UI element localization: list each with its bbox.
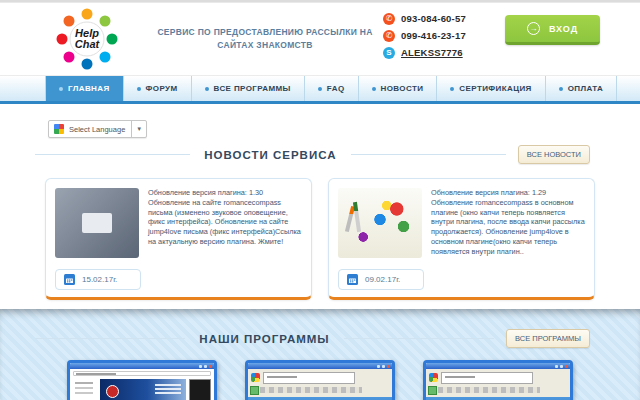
news-date: 09.02.17г.	[365, 275, 400, 284]
nav-item-novosti[interactable]: НОВОСТИ	[359, 76, 438, 101]
programs-section-title: НАШИ ПРОГРАММЫ	[185, 333, 343, 345]
news-image-art-supplies[interactable]	[338, 188, 422, 258]
nav-label: ГЛАВНАЯ	[68, 84, 110, 93]
contact-list: ✆ 093-084-60-57 ✆ 099-416-23-17 S ALEKSS…	[383, 12, 466, 59]
nav-item-oplata[interactable]: ОПЛАТА	[546, 76, 618, 101]
nav-label: ВСЕ ПРОГРАММЫ	[214, 84, 291, 93]
news-image-email-touch[interactable]	[55, 188, 139, 258]
bullet-icon	[205, 87, 209, 91]
news-card[interactable]: Обновление версия плагина: 1.30 Обновлен…	[45, 178, 312, 300]
bullet-icon	[559, 87, 563, 91]
close-icon	[209, 365, 212, 368]
app-input-box	[263, 372, 355, 384]
phone-number: 093-084-60-57	[401, 13, 466, 24]
address-bar	[73, 371, 211, 376]
side-note-panel	[189, 379, 211, 400]
maximize-icon	[382, 365, 385, 368]
language-selector[interactable]: Select Language ▼	[48, 120, 147, 138]
bullet-icon	[318, 87, 322, 91]
divider-line	[35, 338, 185, 339]
app-logo-icon	[251, 373, 260, 382]
all-news-button[interactable]: все новости	[518, 145, 590, 164]
maximize-icon	[560, 365, 563, 368]
app-toolbar	[251, 387, 362, 393]
app-logo-icon	[429, 373, 438, 382]
divider-line	[35, 154, 190, 155]
nav-label: ФОРУМ	[146, 84, 178, 93]
app-toolbar	[429, 387, 540, 393]
program-thumbnail-app[interactable]	[423, 360, 573, 400]
nav-item-forum[interactable]: ФОРУМ	[124, 76, 192, 101]
site-tagline: СЕРВИС ПО ПРЕДОСТАВЛЕНИЮ РАССЫЛКИ НА САЙ…	[140, 26, 390, 52]
bullet-icon	[137, 87, 141, 91]
calendar-icon	[347, 274, 358, 285]
news-cards-row: Обновление версия плагина: 1.30 Обновлен…	[45, 178, 595, 300]
login-button-label: ВХОД	[549, 24, 578, 34]
phone-contact-2[interactable]: ✆ 099-416-23-17	[383, 29, 466, 42]
envelope-icon	[82, 213, 112, 233]
nav-item-sertifikaciya[interactable]: СЕРТИФИКАЦИЯ	[437, 76, 545, 101]
program-thumbnail-app[interactable]	[245, 360, 395, 400]
arrow-right-icon: →	[527, 22, 540, 35]
news-date-badge: 09.02.17г.	[338, 269, 424, 290]
nav-item-faq[interactable]: FAQ	[305, 76, 359, 101]
minimize-icon	[555, 365, 558, 368]
app-window-body	[248, 369, 392, 400]
login-button[interactable]: → ВХОД	[505, 15, 600, 45]
skype-login: ALEKSS7776	[401, 47, 463, 58]
skype-icon: S	[383, 47, 395, 59]
main-nav: ГЛАВНАЯ ФОРУМ ВСЕ ПРОГРАММЫ FAQ НОВОСТИ …	[0, 75, 640, 101]
helpchat-logo[interactable]: Help Chat	[55, 7, 119, 71]
news-card[interactable]: Обновление версия плагина: 1.29 Обновлен…	[328, 178, 595, 300]
divider-line	[351, 154, 506, 155]
skype-contact[interactable]: S ALEKSS7776	[383, 46, 466, 59]
nav-item-glavnaya[interactable]: ГЛАВНАЯ	[45, 76, 124, 101]
phone-contact-1[interactable]: ✆ 093-084-60-57	[383, 12, 466, 25]
news-section-title: НОВОСТИ СЕРВИСА	[190, 149, 350, 161]
minimize-icon	[377, 365, 380, 368]
bullet-icon	[59, 87, 63, 91]
nav-label: НОВОСТИ	[381, 84, 424, 93]
all-programs-button[interactable]: все программы	[506, 329, 590, 348]
nav-label: СЕРТИФИКАЦИЯ	[459, 84, 531, 93]
news-section: Select Language ▼ НОВОСТИ СЕРВИСА все но…	[0, 104, 640, 309]
minimize-icon	[199, 365, 202, 368]
news-date: 15.02.17г.	[82, 275, 117, 284]
window-titlebar	[70, 363, 214, 369]
bullet-icon	[372, 87, 376, 91]
divider-line	[344, 338, 494, 339]
app-input-box	[441, 372, 533, 384]
close-icon	[565, 365, 568, 368]
nav-item-vse-programmy[interactable]: ВСЕ ПРОГРАММЫ	[192, 76, 305, 101]
logo-wordmark: Help Chat	[55, 7, 119, 71]
app-window-body	[426, 369, 570, 400]
nav-label: FAQ	[327, 84, 345, 93]
language-selector-label: Select Language	[69, 125, 131, 134]
maximize-icon	[204, 365, 207, 368]
google-translate-icon	[54, 124, 64, 134]
program-thumbnail-browser[interactable]	[67, 360, 217, 400]
news-text: Обновление версия плагина: 1.29 Обновлен…	[431, 188, 585, 256]
bullet-icon	[450, 87, 454, 91]
site-menu-panel	[73, 379, 97, 400]
phone-icon: ✆	[383, 30, 395, 42]
close-icon	[387, 365, 390, 368]
site-header: Help Chat СЕРВИС ПО ПРЕДОСТАВЛЕНИЮ РАССЫ…	[0, 3, 640, 75]
programs-section-header: НАШИ ПРОГРАММЫ все программы	[0, 329, 640, 348]
nav-label: ОПЛАТА	[568, 84, 604, 93]
news-date-badge: 15.02.17г.	[55, 269, 141, 290]
news-text: Обновление версия плагина: 1.30 Обновлен…	[148, 188, 302, 247]
phone-icon: ✆	[383, 13, 395, 25]
phone-number: 099-416-23-17	[401, 30, 466, 41]
calendar-icon	[64, 274, 75, 285]
program-thumbnails-row	[0, 360, 640, 400]
chevron-down-icon: ▼	[131, 121, 146, 137]
programs-section: НАШИ ПРОГРАММЫ все программы	[0, 309, 640, 400]
dating-site-banner	[100, 379, 186, 400]
